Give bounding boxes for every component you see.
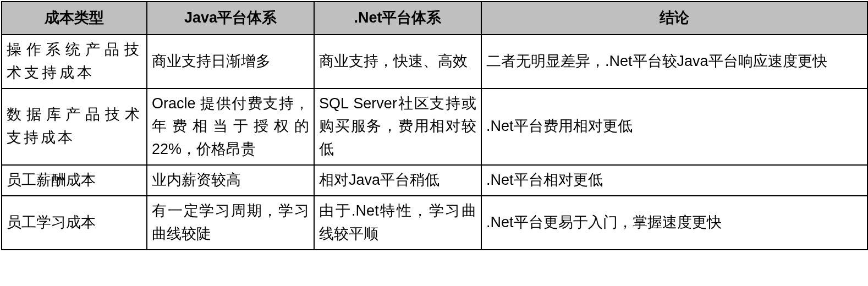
cell-cost-type: 员工薪酬成本 [2,165,147,196]
cell-conclusion: .Net平台更易于入门，掌握速度更快 [481,196,867,250]
cell-dotnet: 商业支持，快速、高效 [314,35,481,89]
cell-conclusion: .Net平台费用相对更低 [481,89,867,166]
table-header-row: 成本类型 Java平台体系 .Net平台体系 结论 [2,2,867,35]
table-row: 员工薪酬成本 业内薪资较高 相对Java平台稍低 .Net平台相对更低 [2,165,867,196]
header-conclusion: 结论 [481,2,867,35]
cell-conclusion: 二者无明显差异，.Net平台较Java平台响应速度更快 [481,35,867,89]
cell-cost-type: 员工学习成本 [2,196,147,250]
cell-java: 业内薪资较高 [147,165,314,196]
cell-dotnet: 由于.Net特性，学习曲线较平顺 [314,196,481,250]
cell-dotnet: 相对Java平台稍低 [314,165,481,196]
table-row: 员工学习成本 有一定学习周期，学习曲线较陡 由于.Net特性，学习曲线较平顺 .… [2,196,867,250]
cell-java: Oracle 提供付费支持，年费相当于授权的22%，价格昂贵 [147,89,314,166]
cell-conclusion: .Net平台相对更低 [481,165,867,196]
cell-java: 商业支持日渐增多 [147,35,314,89]
cell-cost-type: 数据库产品技术支持成本 [2,89,147,166]
table-row: 操作系统产品技术支持成本 商业支持日渐增多 商业支持，快速、高效 二者无明显差异… [2,35,867,89]
header-java: Java平台体系 [147,2,314,35]
table-row: 数据库产品技术支持成本 Oracle 提供付费支持，年费相当于授权的22%，价格… [2,89,867,166]
cell-dotnet: SQL Server社区支持或购买服务，费用相对较低 [314,89,481,166]
header-dotnet: .Net平台体系 [314,2,481,35]
cell-cost-type: 操作系统产品技术支持成本 [2,35,147,89]
cell-java: 有一定学习周期，学习曲线较陡 [147,196,314,250]
comparison-table: 成本类型 Java平台体系 .Net平台体系 结论 操作系统产品技术支持成本 商… [1,1,868,250]
header-cost-type: 成本类型 [2,2,147,35]
